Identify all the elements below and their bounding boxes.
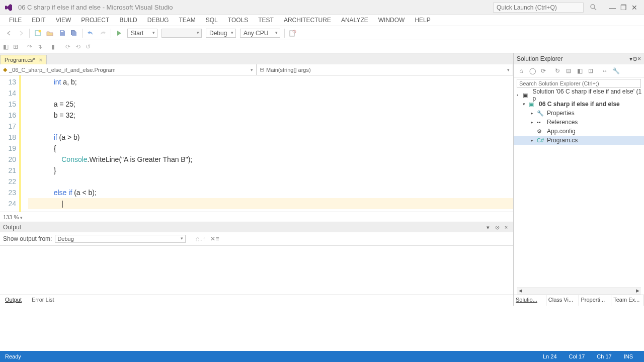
- se-properties-icon[interactable]: ⊡: [586, 66, 595, 75]
- output-tool-3-icon[interactable]: ↑: [202, 235, 205, 242]
- nav-scope-combo[interactable]: ◆_06_C_sharp_if_else_if_and_else.Program: [0, 64, 257, 75]
- solution-tree[interactable]: ▪▣Solution '06 C sharp if else if and el…: [514, 89, 644, 288]
- nav-member-combo[interactable]: ⊟Main(string[] args): [257, 64, 513, 75]
- code-line[interactable]: if (a > b): [28, 132, 513, 143]
- output-wrap-icon[interactable]: ≡: [215, 235, 219, 242]
- se-home-icon[interactable]: ⌂: [517, 66, 526, 75]
- nav-forward-icon[interactable]: [16, 28, 26, 38]
- undo-icon[interactable]: [86, 28, 96, 38]
- secondary-toolbar: ◧ ⊞ ↷ ↴ ▮ ⟳ ⟲ ↺: [0, 40, 644, 53]
- tree-appconfig-node[interactable]: ⚙App.config: [514, 127, 644, 136]
- output-close-icon[interactable]: ×: [502, 224, 510, 230]
- output-tool-1-icon[interactable]: ⎌: [196, 235, 199, 242]
- new-project-icon[interactable]: [33, 28, 43, 38]
- open-file-icon[interactable]: [45, 28, 55, 38]
- se-refresh-icon[interactable]: ↻: [553, 66, 562, 75]
- quick-launch-input[interactable]: [493, 3, 584, 13]
- tree-references-node[interactable]: ▸▪▪References: [514, 118, 644, 127]
- code-area[interactable]: int a, b; a = 25; b = 32; if (a > b) { C…: [28, 75, 513, 212]
- tool-icon-3[interactable]: ⟳: [65, 43, 75, 50]
- code-line[interactable]: a = 25;: [28, 99, 513, 110]
- code-editor[interactable]: 131415161718192021222324252627 int a, b;…: [0, 75, 513, 212]
- start-play-icon[interactable]: [114, 28, 124, 38]
- tool-icon-4[interactable]: ⟲: [75, 43, 86, 50]
- bottom-tab-output[interactable]: Output: [0, 295, 27, 306]
- right-tab-2-properti[interactable]: Properti...: [579, 295, 612, 306]
- right-tab-0-solutio[interactable]: Solutio...: [514, 295, 546, 306]
- tree-properties-node[interactable]: ▸🔧Properties: [514, 109, 644, 118]
- start-button[interactable]: Start: [127, 29, 157, 38]
- tool-icon-1[interactable]: ◧: [3, 43, 13, 50]
- scroll-right-icon[interactable]: ▶: [634, 288, 641, 295]
- output-pin-icon[interactable]: ⊙: [493, 224, 501, 231]
- minimize-button[interactable]: —: [607, 4, 618, 12]
- status-col: Col 17: [569, 353, 585, 359]
- code-line[interactable]: [28, 121, 513, 132]
- se-scrollbar[interactable]: ◀ ▶: [517, 288, 641, 295]
- step-into-icon[interactable]: ↴: [37, 43, 47, 50]
- save-all-icon[interactable]: [69, 28, 79, 38]
- redo-icon[interactable]: [98, 28, 108, 38]
- se-close-icon[interactable]: ×: [637, 55, 641, 62]
- right-tab-1-classvi[interactable]: Class Vi...: [546, 295, 579, 306]
- se-show-all-icon[interactable]: ◧: [575, 66, 584, 75]
- maximize-button[interactable]: ❐: [618, 4, 629, 12]
- close-tab-icon[interactable]: ×: [39, 57, 42, 63]
- save-icon[interactable]: [57, 28, 67, 38]
- search-icon[interactable]: [590, 4, 598, 12]
- se-search-input[interactable]: [517, 79, 641, 88]
- close-button[interactable]: ✕: [629, 4, 640, 12]
- code-line[interactable]: b = 32;: [28, 110, 513, 121]
- scroll-left-icon[interactable]: ◀: [517, 288, 524, 295]
- zoom-combo[interactable]: 133 %: [3, 214, 23, 220]
- se-back-icon[interactable]: ◯: [528, 66, 537, 75]
- output-body[interactable]: [0, 245, 513, 295]
- code-line[interactable]: }: [28, 209, 513, 212]
- code-line[interactable]: [28, 87, 513, 99]
- menu-team[interactable]: TEAM: [174, 15, 200, 26]
- output-dropdown-icon[interactable]: ▾: [484, 224, 492, 231]
- code-line[interactable]: }: [28, 165, 513, 176]
- menu-sql[interactable]: SQL: [201, 15, 223, 26]
- se-wrench-icon[interactable]: 🔧: [611, 66, 620, 75]
- menu-analyze[interactable]: ANALYZE: [336, 15, 373, 26]
- menu-project[interactable]: PROJECT: [76, 15, 114, 26]
- platform-combo[interactable]: Any CPU: [240, 29, 280, 38]
- code-line[interactable]: |: [28, 198, 513, 209]
- menu-help[interactable]: HELP: [410, 15, 435, 26]
- menu-file[interactable]: FILE: [4, 15, 27, 26]
- tree-solution-node[interactable]: ▪▣Solution '06 C sharp if else if and el…: [514, 90, 644, 100]
- code-line[interactable]: {: [28, 143, 513, 154]
- code-line[interactable]: else if (a < b);: [28, 187, 513, 198]
- menu-window[interactable]: WINDOW: [373, 15, 410, 26]
- menu-edit[interactable]: EDIT: [27, 15, 50, 26]
- tree-programcs-node[interactable]: ▸C#Program.cs: [514, 136, 644, 145]
- se-collapse-icon[interactable]: ⊟: [564, 66, 573, 75]
- step-over-icon[interactable]: ↷: [27, 43, 37, 50]
- code-line[interactable]: int a, b;: [28, 76, 513, 87]
- output-clear-icon[interactable]: ✕: [210, 235, 215, 242]
- launch-target-combo[interactable]: [162, 29, 202, 38]
- play-tool-icon[interactable]: ▮: [51, 43, 61, 50]
- menu-test[interactable]: TEST: [253, 15, 279, 26]
- se-preview-icon[interactable]: ↔: [600, 66, 609, 75]
- menu-tools[interactable]: TOOLS: [223, 15, 253, 26]
- find-in-files-icon[interactable]: [288, 28, 298, 38]
- tab-program-cs[interactable]: Program.cs* ×: [0, 55, 47, 64]
- code-line[interactable]: [28, 176, 513, 187]
- menu-debug[interactable]: DEBUG: [142, 15, 174, 26]
- tool-icon-5[interactable]: ↺: [86, 43, 96, 50]
- bottom-tab-error-list[interactable]: Error List: [27, 295, 59, 306]
- output-source-combo[interactable]: Debug: [55, 235, 186, 243]
- menu-architecture[interactable]: ARCHITECTURE: [279, 15, 336, 26]
- menu-view[interactable]: VIEW: [51, 15, 76, 26]
- tool-icon-2[interactable]: ⊞: [13, 43, 23, 50]
- se-sync-icon[interactable]: ⟳: [539, 66, 548, 75]
- config-combo[interactable]: Debug: [206, 29, 236, 38]
- code-line[interactable]: Console.WriteLine("A is Greater Than B")…: [28, 154, 513, 165]
- menu-build[interactable]: BUILD: [114, 15, 142, 26]
- nav-back-icon[interactable]: [4, 28, 14, 38]
- right-tab-3-teamex[interactable]: Team Ex...: [611, 295, 644, 306]
- se-pin-icon[interactable]: ⊙: [632, 55, 637, 62]
- title-bar: 06 C sharp if else if and else - Microso…: [0, 0, 644, 15]
